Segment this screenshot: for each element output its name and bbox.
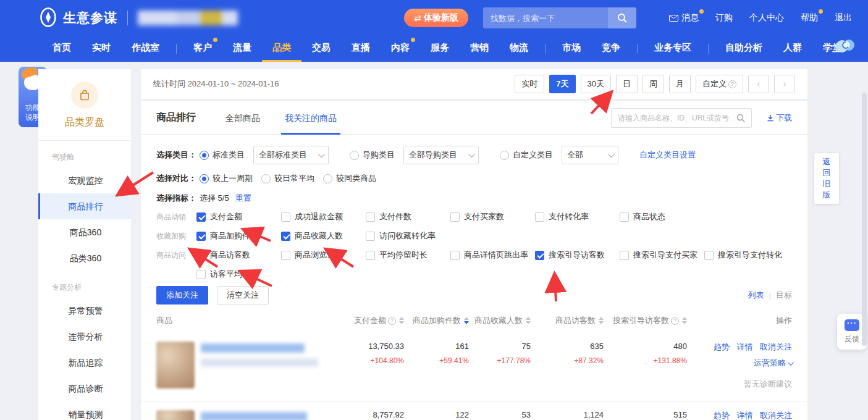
sort-icons[interactable]	[399, 314, 404, 327]
standard-category-select[interactable]: 全部标准类目	[253, 146, 329, 164]
detail-link[interactable]: 详情	[736, 342, 752, 351]
checkbox-icon[interactable]	[196, 251, 206, 260]
sidebar-item-anomaly-alert[interactable]: 异常预警	[38, 298, 131, 324]
radio-vs-daily-average[interactable]: 较日常平均	[261, 173, 314, 184]
checkbox-icon[interactable]	[535, 212, 544, 222]
nav-customer[interactable]: 客户	[183, 36, 222, 62]
sort-icons[interactable]	[599, 314, 604, 327]
metric-search-guided-buyers[interactable]: 搜索引导支付买家	[620, 250, 704, 261]
metric-visitor-avg-value[interactable]: 访客平均价值	[196, 269, 281, 280]
range-30days[interactable]: 30天	[581, 75, 611, 93]
radio-icon[interactable]	[323, 174, 332, 183]
download-button[interactable]: 下载	[767, 112, 792, 124]
col-cart-items[interactable]: 商品加购件数	[404, 314, 469, 327]
nav-category[interactable]: 品类	[262, 36, 301, 62]
metric-detail-bounce-rate[interactable]: 商品详情页跳出率	[450, 250, 535, 261]
nav-realtime[interactable]: 实时	[82, 36, 121, 62]
sort-icons[interactable]	[526, 314, 531, 327]
metric-collect-users[interactable]: 商品收藏人数	[281, 230, 366, 242]
checkbox-icon[interactable]	[450, 212, 460, 222]
product-image-redacted[interactable]	[156, 410, 195, 420]
radio-guide-category[interactable]: 导购类目	[350, 149, 395, 161]
nav-content[interactable]: 内容	[381, 36, 420, 62]
nav-marketing[interactable]: 营销	[460, 36, 499, 62]
metric-pay-buyers[interactable]: 支付买家数	[450, 211, 535, 222]
radio-custom-category[interactable]: 自定义类目	[500, 149, 553, 161]
checkbox-icon[interactable]	[281, 232, 290, 241]
range-month[interactable]: 月	[669, 75, 691, 93]
metric-refund-amount[interactable]: 成功退款金额	[281, 211, 366, 222]
checkbox-icon[interactable]	[281, 212, 290, 222]
sort-icons[interactable]	[464, 314, 469, 327]
radio-vs-similar-products[interactable]: 较同类商品	[323, 173, 376, 184]
range-week[interactable]: 周	[643, 75, 664, 93]
metric-product-visitors[interactable]: 商品访客数	[196, 250, 281, 261]
metric-product-status[interactable]: 商品状态	[620, 211, 704, 222]
checkbox-icon[interactable]	[366, 251, 375, 260]
metric-avg-stay-time[interactable]: 平均停留时长	[366, 250, 450, 261]
checkbox-icon[interactable]	[620, 251, 629, 260]
menu-subscribe[interactable]: 订购	[715, 12, 733, 23]
metric-search-guided-conversion[interactable]: 搜索引导支付转化	[704, 250, 789, 261]
col-pay-amount[interactable]: 支付金额	[336, 314, 404, 327]
checkbox-icon[interactable]	[366, 232, 375, 241]
product-image-redacted[interactable]	[156, 342, 195, 388]
guide-category-select[interactable]: 全部导购类目	[403, 146, 479, 164]
radio-icon[interactable]	[200, 151, 209, 160]
radio-icon[interactable]	[350, 151, 359, 160]
nav-traffic[interactable]: 流量	[222, 36, 262, 62]
checkbox-icon[interactable]	[535, 251, 544, 260]
metric-visit-collect-conversion[interactable]: 访问收藏转化率	[366, 230, 450, 242]
col-search-guided-visitors[interactable]: 搜索引导访客数	[604, 314, 687, 327]
checkbox-icon[interactable]	[196, 212, 206, 222]
operation-strategy-link[interactable]: 运营策略	[754, 358, 792, 369]
scrollbar-thumb[interactable]	[862, 93, 867, 346]
tab-all-products[interactable]: 全部商品	[225, 101, 260, 135]
nav-business-zone[interactable]: 业务专区	[644, 36, 702, 62]
range-realtime[interactable]: 实时	[515, 75, 544, 93]
view-target-link[interactable]: 目标	[776, 290, 792, 301]
prev-period-button[interactable]: ‹	[748, 75, 769, 93]
checkbox-icon[interactable]	[281, 251, 290, 260]
back-to-old-version-button[interactable]: 返回旧版	[814, 153, 839, 204]
checkbox-icon[interactable]	[196, 232, 206, 241]
checkbox-icon[interactable]	[620, 212, 629, 222]
sidebar-item-new-product-tracking[interactable]: 新品追踪	[38, 350, 131, 376]
nav-warroom[interactable]: 作战室	[121, 36, 170, 62]
tab-followed-products[interactable]: 我关注的商品	[285, 101, 337, 135]
sidebar-item-product-diagnosis[interactable]: 商品诊断	[38, 376, 131, 401]
menu-messages[interactable]: 消息	[669, 12, 699, 23]
col-collect-users[interactable]: 商品收藏人数	[469, 314, 531, 327]
unfollow-link[interactable]: 取消关注	[760, 342, 792, 351]
reset-metrics-link[interactable]: 重置	[235, 193, 251, 204]
nav-service[interactable]: 服务	[420, 36, 460, 62]
nav-audience[interactable]: 人群	[773, 36, 812, 62]
trend-link[interactable]: 趋势	[714, 411, 730, 420]
sidebar-item-category-360[interactable]: 品类360	[38, 245, 131, 271]
checkbox-icon[interactable]	[450, 251, 460, 260]
radio-icon[interactable]	[261, 174, 271, 183]
menu-logout[interactable]: 退出	[835, 12, 852, 23]
nav-live[interactable]: 直播	[341, 36, 381, 62]
range-7days[interactable]: 7天	[549, 75, 575, 93]
sidebar-item-sales-forecast[interactable]: 销量预测	[38, 401, 131, 420]
search-icon[interactable]	[736, 114, 745, 122]
nav-logistics[interactable]: 物流	[499, 36, 539, 62]
sort-icons[interactable]	[682, 314, 687, 327]
checkbox-icon[interactable]	[704, 251, 714, 260]
brand[interactable]: 生意参谋	[40, 7, 117, 29]
radio-icon[interactable]	[500, 151, 509, 160]
col-visitors[interactable]: 商品访客数	[531, 314, 604, 327]
nav-trade[interactable]: 交易	[301, 36, 341, 62]
nav-self-analysis[interactable]: 自助分析	[715, 36, 773, 62]
metric-pay-items[interactable]: 支付件数	[366, 211, 450, 222]
experience-new-version-button[interactable]: ⇄ 体验新版	[404, 9, 468, 27]
metric-pay-conversion[interactable]: 支付转化率	[535, 211, 620, 222]
detail-link[interactable]: 详情	[736, 411, 752, 420]
metric-product-views[interactable]: 商品浏览量	[281, 250, 366, 261]
radio-standard-category[interactable]: 标准类目	[200, 149, 245, 161]
checkbox-icon[interactable]	[196, 270, 206, 279]
custom-category-select[interactable]: 全部	[562, 146, 618, 164]
sidebar-item-macro-monitor[interactable]: 宏观监控	[38, 167, 131, 193]
radio-icon[interactable]	[200, 174, 209, 183]
